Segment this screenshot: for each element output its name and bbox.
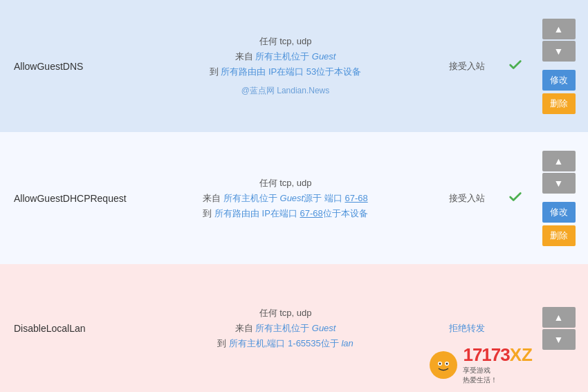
up-button-2[interactable]: ▲ [542, 151, 576, 171]
action-buttons-1: 修改 删除 [542, 70, 576, 114]
rule-from-2: 来自 所有主机位于 Guest源于 端口 67-68 [203, 192, 367, 205]
right-panel-1: ▲ ▼ 修改 删除 [529, 12, 588, 120]
arrow-group-3: ▲ ▼ [542, 307, 576, 350]
modify-button-1[interactable]: 修改 [542, 70, 576, 91]
action-buttons-2: 修改 删除 [542, 202, 576, 246]
rule-from-link-3[interactable]: 所有主机位于 Guest [255, 323, 336, 333]
rule-details-2: 任何 tcp, udp 来自 所有主机位于 Guest源于 端口 67-68 到… [138, 177, 432, 220]
rule-to-3: 到 所有主机,端口 1-65535位于 lan [217, 337, 353, 350]
rule-from-link-1[interactable]: 所有主机位于 Guest [255, 51, 336, 62]
rule-details-1: 任何 tcp, udp 来自 所有主机位于 Guest 到 所有路由由 IP在端… [138, 35, 432, 97]
arrow-group-1: ▲ ▼ [542, 19, 576, 62]
delete-button-1[interactable]: 删除 [542, 93, 576, 114]
rule-row-2: AllowGuestDHCPRequest 任何 tcp, udp 来自 所有主… [0, 132, 588, 264]
rule-to-1: 到 所有路由由 IP在端口 53位于本设备 [210, 66, 362, 78]
right-panel-3: ▲ ▼ [529, 277, 588, 380]
rule-protocol-1: 任何 tcp, udp [259, 35, 312, 48]
down-button-1[interactable]: ▼ [542, 41, 576, 62]
up-button-1[interactable]: ▲ [542, 19, 576, 39]
rule-row-1: AllowGuestDNS 任何 tcp, udp 来自 所有主机位于 Gues… [0, 0, 588, 132]
up-button-3[interactable]: ▲ [542, 307, 576, 328]
rule-to-link-3[interactable]: 所有主机,端口 1-65535位于 lan [229, 338, 353, 348]
rule-from-link-2[interactable]: 所有主机位于 Guest源于 端口 67-68 [223, 193, 368, 203]
rule-to-2: 到 所有路由由 IP在端口 67-68位于本设备 [203, 207, 367, 220]
right-panel-2: ▲ ▼ 修改 删除 [529, 144, 588, 252]
delete-button-2[interactable]: 删除 [542, 225, 576, 246]
rule-to-link-2[interactable]: 所有路由由 IP在端口 67-68位于本设备 [214, 208, 368, 218]
rule-details-3: 任何 tcp, udp 来自 所有主机位于 Guest 到 所有主机,端口 1-… [138, 307, 432, 350]
rule-from-3: 来自 所有主机位于 Guest [235, 322, 336, 335]
rule-protocol-3: 任何 tcp, udp [259, 307, 312, 319]
rule-protocol-2: 任何 tcp, udp [259, 177, 312, 189]
modify-button-2[interactable]: 修改 [542, 202, 576, 223]
rule-from-1: 来自 所有主机位于 Guest [235, 50, 336, 63]
down-button-2[interactable]: ▼ [542, 173, 576, 194]
rule-row-3: DisableLocalLan 任何 tcp, udp 来自 所有主机位于 Gu… [0, 264, 588, 392]
rule-action-2: 接受入站 [432, 192, 502, 205]
rule-action-3: 拒绝转发 [432, 322, 502, 335]
rule-action-1: 接受入站 [432, 60, 502, 73]
rule-name-3: DisableLocalLan [14, 323, 138, 334]
check-icon-2 [502, 189, 529, 207]
arrow-group-2: ▲ ▼ [542, 151, 576, 194]
rule-name-1: AllowGuestDNS [14, 61, 138, 72]
down-button-3[interactable]: ▼ [542, 329, 576, 350]
check-icon-1 [502, 57, 529, 75]
rule-name-2: AllowGuestDHCPRequest [14, 193, 138, 204]
rules-container: AllowGuestDNS 任何 tcp, udp 来自 所有主机位于 Gues… [0, 0, 588, 392]
rule-watermark-1: @蓝点网 Landian.News [241, 85, 330, 97]
rule-to-link-1[interactable]: 所有路由由 IP在端口 53位于本设备 [221, 66, 361, 77]
